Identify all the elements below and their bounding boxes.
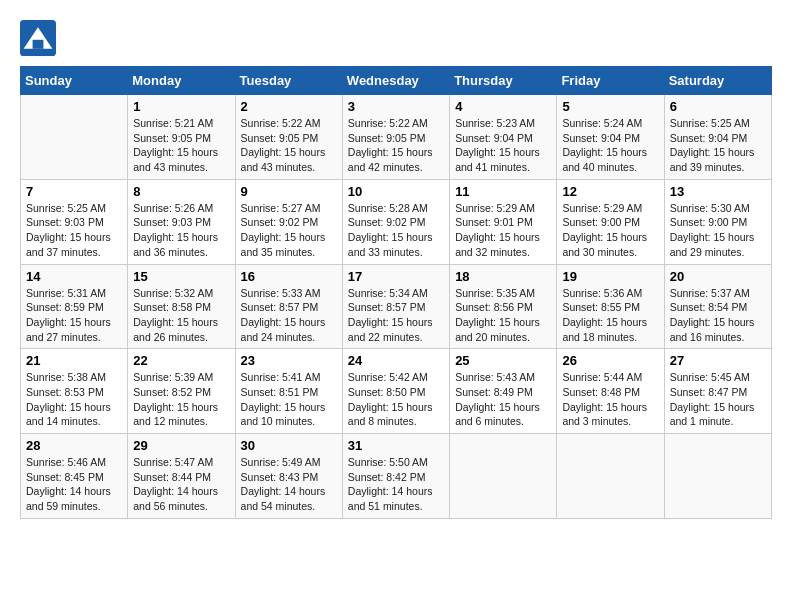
day-info: Sunrise: 5:44 AMSunset: 8:48 PMDaylight:…: [562, 370, 658, 429]
logo-icon: [20, 20, 56, 56]
calendar-cell: 3Sunrise: 5:22 AMSunset: 9:05 PMDaylight…: [342, 95, 449, 180]
calendar-header: SundayMondayTuesdayWednesdayThursdayFrid…: [21, 67, 772, 95]
calendar-cell: 26Sunrise: 5:44 AMSunset: 8:48 PMDayligh…: [557, 349, 664, 434]
day-info: Sunrise: 5:31 AMSunset: 8:59 PMDaylight:…: [26, 286, 122, 345]
day-info: Sunrise: 5:26 AMSunset: 9:03 PMDaylight:…: [133, 201, 229, 260]
day-info: Sunrise: 5:45 AMSunset: 8:47 PMDaylight:…: [670, 370, 766, 429]
calendar-week-3: 14Sunrise: 5:31 AMSunset: 8:59 PMDayligh…: [21, 264, 772, 349]
calendar-cell: 15Sunrise: 5:32 AMSunset: 8:58 PMDayligh…: [128, 264, 235, 349]
day-info: Sunrise: 5:22 AMSunset: 9:05 PMDaylight:…: [241, 116, 337, 175]
day-info: Sunrise: 5:49 AMSunset: 8:43 PMDaylight:…: [241, 455, 337, 514]
calendar-cell: [21, 95, 128, 180]
day-info: Sunrise: 5:25 AMSunset: 9:03 PMDaylight:…: [26, 201, 122, 260]
day-info: Sunrise: 5:35 AMSunset: 8:56 PMDaylight:…: [455, 286, 551, 345]
weekday-header-sunday: Sunday: [21, 67, 128, 95]
day-info: Sunrise: 5:38 AMSunset: 8:53 PMDaylight:…: [26, 370, 122, 429]
calendar-cell: 12Sunrise: 5:29 AMSunset: 9:00 PMDayligh…: [557, 179, 664, 264]
day-number: 11: [455, 184, 551, 199]
day-number: 24: [348, 353, 444, 368]
day-info: Sunrise: 5:46 AMSunset: 8:45 PMDaylight:…: [26, 455, 122, 514]
calendar-cell: 9Sunrise: 5:27 AMSunset: 9:02 PMDaylight…: [235, 179, 342, 264]
day-number: 3: [348, 99, 444, 114]
day-info: Sunrise: 5:47 AMSunset: 8:44 PMDaylight:…: [133, 455, 229, 514]
weekday-header-tuesday: Tuesday: [235, 67, 342, 95]
day-number: 30: [241, 438, 337, 453]
calendar-cell: 16Sunrise: 5:33 AMSunset: 8:57 PMDayligh…: [235, 264, 342, 349]
day-info: Sunrise: 5:29 AMSunset: 9:01 PMDaylight:…: [455, 201, 551, 260]
day-number: 31: [348, 438, 444, 453]
calendar-table: SundayMondayTuesdayWednesdayThursdayFrid…: [20, 66, 772, 519]
day-info: Sunrise: 5:29 AMSunset: 9:00 PMDaylight:…: [562, 201, 658, 260]
day-info: Sunrise: 5:32 AMSunset: 8:58 PMDaylight:…: [133, 286, 229, 345]
day-number: 19: [562, 269, 658, 284]
day-info: Sunrise: 5:21 AMSunset: 9:05 PMDaylight:…: [133, 116, 229, 175]
calendar-cell: 13Sunrise: 5:30 AMSunset: 9:00 PMDayligh…: [664, 179, 771, 264]
day-number: 2: [241, 99, 337, 114]
day-info: Sunrise: 5:33 AMSunset: 8:57 PMDaylight:…: [241, 286, 337, 345]
calendar-cell: 22Sunrise: 5:39 AMSunset: 8:52 PMDayligh…: [128, 349, 235, 434]
calendar-cell: [557, 434, 664, 519]
calendar-cell: 29Sunrise: 5:47 AMSunset: 8:44 PMDayligh…: [128, 434, 235, 519]
day-info: Sunrise: 5:41 AMSunset: 8:51 PMDaylight:…: [241, 370, 337, 429]
calendar-cell: 8Sunrise: 5:26 AMSunset: 9:03 PMDaylight…: [128, 179, 235, 264]
calendar-cell: 20Sunrise: 5:37 AMSunset: 8:54 PMDayligh…: [664, 264, 771, 349]
calendar-cell: 25Sunrise: 5:43 AMSunset: 8:49 PMDayligh…: [450, 349, 557, 434]
day-info: Sunrise: 5:25 AMSunset: 9:04 PMDaylight:…: [670, 116, 766, 175]
day-number: 29: [133, 438, 229, 453]
calendar-cell: 7Sunrise: 5:25 AMSunset: 9:03 PMDaylight…: [21, 179, 128, 264]
logo: [20, 20, 62, 56]
calendar-week-2: 7Sunrise: 5:25 AMSunset: 9:03 PMDaylight…: [21, 179, 772, 264]
calendar-cell: 19Sunrise: 5:36 AMSunset: 8:55 PMDayligh…: [557, 264, 664, 349]
weekday-header-wednesday: Wednesday: [342, 67, 449, 95]
day-number: 16: [241, 269, 337, 284]
day-number: 4: [455, 99, 551, 114]
calendar-cell: 17Sunrise: 5:34 AMSunset: 8:57 PMDayligh…: [342, 264, 449, 349]
day-info: Sunrise: 5:30 AMSunset: 9:00 PMDaylight:…: [670, 201, 766, 260]
day-number: 23: [241, 353, 337, 368]
day-info: Sunrise: 5:39 AMSunset: 8:52 PMDaylight:…: [133, 370, 229, 429]
calendar-cell: 4Sunrise: 5:23 AMSunset: 9:04 PMDaylight…: [450, 95, 557, 180]
day-number: 13: [670, 184, 766, 199]
day-number: 8: [133, 184, 229, 199]
weekday-header-friday: Friday: [557, 67, 664, 95]
calendar-cell: [450, 434, 557, 519]
day-number: 15: [133, 269, 229, 284]
calendar-cell: 23Sunrise: 5:41 AMSunset: 8:51 PMDayligh…: [235, 349, 342, 434]
day-info: Sunrise: 5:42 AMSunset: 8:50 PMDaylight:…: [348, 370, 444, 429]
calendar-cell: [664, 434, 771, 519]
day-info: Sunrise: 5:37 AMSunset: 8:54 PMDaylight:…: [670, 286, 766, 345]
calendar-week-1: 1Sunrise: 5:21 AMSunset: 9:05 PMDaylight…: [21, 95, 772, 180]
calendar-cell: 11Sunrise: 5:29 AMSunset: 9:01 PMDayligh…: [450, 179, 557, 264]
day-number: 1: [133, 99, 229, 114]
day-number: 28: [26, 438, 122, 453]
calendar-cell: 21Sunrise: 5:38 AMSunset: 8:53 PMDayligh…: [21, 349, 128, 434]
calendar-cell: 5Sunrise: 5:24 AMSunset: 9:04 PMDaylight…: [557, 95, 664, 180]
calendar-cell: 24Sunrise: 5:42 AMSunset: 8:50 PMDayligh…: [342, 349, 449, 434]
day-number: 22: [133, 353, 229, 368]
calendar-cell: 14Sunrise: 5:31 AMSunset: 8:59 PMDayligh…: [21, 264, 128, 349]
svg-rect-2: [33, 40, 44, 49]
weekday-header-monday: Monday: [128, 67, 235, 95]
day-number: 20: [670, 269, 766, 284]
day-number: 14: [26, 269, 122, 284]
page-header: [20, 20, 772, 56]
day-info: Sunrise: 5:50 AMSunset: 8:42 PMDaylight:…: [348, 455, 444, 514]
day-number: 18: [455, 269, 551, 284]
calendar-cell: 27Sunrise: 5:45 AMSunset: 8:47 PMDayligh…: [664, 349, 771, 434]
header-row: SundayMondayTuesdayWednesdayThursdayFrid…: [21, 67, 772, 95]
day-info: Sunrise: 5:27 AMSunset: 9:02 PMDaylight:…: [241, 201, 337, 260]
calendar-cell: 6Sunrise: 5:25 AMSunset: 9:04 PMDaylight…: [664, 95, 771, 180]
day-number: 9: [241, 184, 337, 199]
day-number: 12: [562, 184, 658, 199]
day-number: 7: [26, 184, 122, 199]
weekday-header-saturday: Saturday: [664, 67, 771, 95]
day-info: Sunrise: 5:28 AMSunset: 9:02 PMDaylight:…: [348, 201, 444, 260]
day-number: 27: [670, 353, 766, 368]
day-info: Sunrise: 5:24 AMSunset: 9:04 PMDaylight:…: [562, 116, 658, 175]
calendar-cell: 10Sunrise: 5:28 AMSunset: 9:02 PMDayligh…: [342, 179, 449, 264]
day-number: 21: [26, 353, 122, 368]
calendar-cell: 2Sunrise: 5:22 AMSunset: 9:05 PMDaylight…: [235, 95, 342, 180]
day-info: Sunrise: 5:23 AMSunset: 9:04 PMDaylight:…: [455, 116, 551, 175]
calendar-week-4: 21Sunrise: 5:38 AMSunset: 8:53 PMDayligh…: [21, 349, 772, 434]
calendar-cell: 28Sunrise: 5:46 AMSunset: 8:45 PMDayligh…: [21, 434, 128, 519]
